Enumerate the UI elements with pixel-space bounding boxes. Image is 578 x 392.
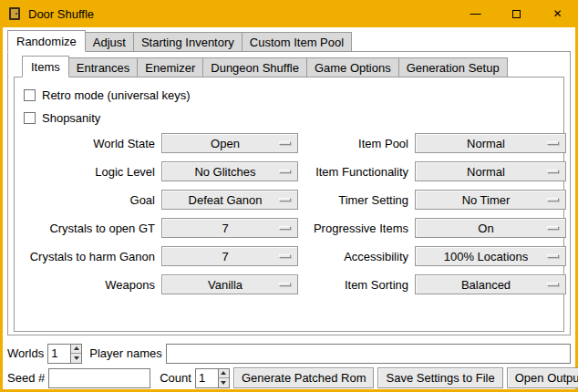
open-output-directory-button[interactable]: Open Output Directory (507, 367, 578, 388)
crystals-harm-ganon-label: Crystals to harm Ganon (22, 250, 157, 263)
arrow-down-icon (221, 381, 226, 385)
logic-level-value: No Glitches (194, 165, 264, 179)
shopsanity-checkbox[interactable] (24, 112, 36, 124)
world-state-label: World State (22, 137, 157, 150)
retro-mode-checkbox[interactable] (24, 89, 36, 101)
world-state-value: Open (211, 137, 249, 150)
timer-setting-value: No Timer (462, 193, 520, 207)
secondary-tab-bar: Items Entrances Enemizer Dungeon Shuffle… (22, 56, 570, 77)
count-spin-input[interactable] (196, 369, 218, 387)
goal-label: Goal (22, 193, 157, 207)
logic-level-dropdown[interactable]: No Glitches (161, 161, 298, 181)
item-pool-dropdown[interactable]: Normal (415, 133, 566, 153)
logic-level-label: Logic Level (22, 165, 157, 179)
titlebar: Door Shuffle — ✕ (0, 0, 578, 27)
shopsanity-checkbox-row[interactable]: Shopsanity (24, 109, 563, 126)
crystals-harm-ganon-value: 7 (222, 250, 237, 263)
randomize-panel: Items Entrances Enemizer Dungeon Shuffle… (7, 51, 571, 335)
goal-value: Defeat Ganon (189, 193, 272, 207)
arrow-up-icon (74, 346, 79, 350)
item-functionality-label: Item Functionality (303, 165, 410, 179)
weapons-dropdown[interactable]: Vanilla (161, 274, 298, 294)
tab-custom-item-pool[interactable]: Custom Item Pool (242, 32, 352, 52)
options-grid: World State Open Item Pool Normal Logic … (15, 133, 563, 294)
item-pool-value: Normal (467, 137, 514, 150)
item-sorting-label: Item Sorting (303, 278, 410, 292)
dropdown-indicator-icon (547, 170, 559, 173)
tab-dungeon-shuffle[interactable]: Dungeon Shuffle (202, 57, 307, 77)
timer-setting-dropdown[interactable]: No Timer (415, 190, 566, 210)
count-spinbox[interactable] (195, 368, 230, 388)
crystals-open-gt-label: Crystals to open GT (22, 222, 157, 235)
accessibility-dropdown[interactable]: 100% Locations (415, 246, 566, 266)
seed-row: Seed # Count Generate Patched Rom Save S… (7, 367, 571, 388)
maximize-icon (512, 10, 521, 18)
shopsanity-label: Shopsanity (42, 111, 100, 125)
close-button[interactable]: ✕ (537, 0, 578, 27)
tab-game-options[interactable]: Game Options (306, 57, 399, 77)
dropdown-indicator-icon (547, 283, 559, 286)
worlds-spin-buttons (70, 345, 81, 363)
arrow-down-icon (74, 356, 79, 360)
spin-up-button[interactable] (219, 369, 229, 379)
spin-down-button[interactable] (71, 354, 81, 363)
dropdown-indicator-icon (279, 254, 291, 258)
tab-randomize[interactable]: Randomize (7, 30, 86, 52)
weapons-value: Vanilla (208, 278, 252, 292)
dropdown-indicator-icon (279, 283, 291, 286)
count-spin-buttons (218, 369, 229, 387)
tab-items[interactable]: Items (22, 56, 69, 77)
dropdown-indicator-icon (547, 254, 559, 258)
dropdown-indicator-icon (279, 226, 291, 230)
worlds-label: Worlds (7, 346, 44, 360)
worlds-spin-input[interactable] (48, 345, 70, 363)
generate-patched-rom-button[interactable]: Generate Patched Rom (233, 367, 375, 388)
window-controls: — ✕ (455, 0, 578, 27)
tab-entrances[interactable]: Entrances (68, 57, 139, 77)
progressive-items-value: On (478, 222, 502, 235)
worlds-row: Worlds Player names (7, 343, 571, 364)
seed-input[interactable] (48, 368, 150, 388)
item-functionality-dropdown[interactable]: Normal (415, 161, 566, 181)
dropdown-indicator-icon (547, 198, 559, 201)
timer-setting-label: Timer Setting (303, 193, 410, 207)
retro-mode-checkbox-row[interactable]: Retro mode (universal keys) (24, 87, 563, 103)
item-pool-label: Item Pool (303, 137, 410, 150)
weapons-label: Weapons (22, 278, 157, 292)
player-names-label: Player names (89, 346, 161, 360)
tab-starting-inventory[interactable]: Starting Inventory (133, 32, 243, 52)
dropdown-indicator-icon (547, 226, 559, 230)
client-area: Randomize Adjust Starting Inventory Cust… (3, 27, 575, 389)
items-panel: Retro mode (universal keys) Shopsanity W… (14, 77, 564, 332)
dropdown-indicator-icon (279, 198, 291, 201)
player-names-input[interactable] (166, 344, 571, 364)
save-settings-button[interactable]: Save Settings to File (377, 367, 502, 388)
crystals-open-gt-dropdown[interactable]: 7 (161, 218, 298, 238)
dropdown-indicator-icon (279, 141, 291, 145)
seed-label: Seed # (7, 371, 45, 385)
spin-up-button[interactable] (71, 345, 81, 355)
window-title: Door Shuffle (28, 7, 94, 21)
tab-enemizer[interactable]: Enemizer (137, 57, 203, 77)
count-label: Count (160, 371, 191, 385)
progressive-items-label: Progressive Items (303, 222, 410, 235)
item-functionality-value: Normal (467, 165, 514, 179)
tab-generation-setup[interactable]: Generation Setup (398, 57, 508, 77)
accessibility-label: Accessibility (303, 250, 410, 263)
worlds-spinbox[interactable] (47, 344, 82, 364)
retro-mode-label: Retro mode (universal keys) (42, 88, 191, 102)
dropdown-indicator-icon (547, 141, 559, 145)
progressive-items-dropdown[interactable]: On (415, 218, 566, 238)
maximize-button[interactable] (496, 0, 537, 27)
crystals-harm-ganon-dropdown[interactable]: 7 (161, 246, 298, 266)
goal-dropdown[interactable]: Defeat Ganon (161, 190, 298, 210)
minimize-button[interactable]: — (455, 0, 496, 27)
item-sorting-value: Balanced (461, 278, 520, 292)
item-sorting-dropdown[interactable]: Balanced (415, 274, 566, 294)
crystals-open-gt-value: 7 (222, 222, 237, 235)
arrow-up-icon (221, 371, 226, 375)
accessibility-value: 100% Locations (444, 250, 538, 263)
world-state-dropdown[interactable]: Open (161, 133, 298, 153)
tab-adjust[interactable]: Adjust (85, 32, 134, 52)
spin-down-button[interactable] (219, 378, 229, 387)
